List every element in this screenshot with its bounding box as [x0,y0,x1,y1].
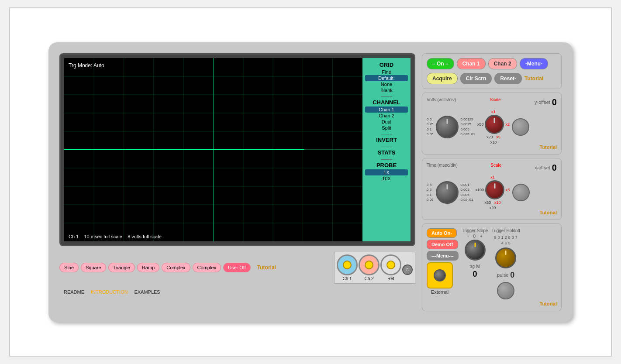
menu-grid-fine[interactable]: Fine [365,69,408,75]
x-offset-knob[interactable] [512,184,530,201]
y-offset-section: Volts (volts/div) Scale y-offset 0 0.5 0… [422,93,562,155]
ch1-connector: Ch 1 [337,254,358,281]
menu-probe-1x[interactable]: 1X [365,169,408,175]
y-volt-knob[interactable] [436,116,459,138]
x-time-knob[interactable] [436,181,459,204]
x-scale-x10: x10 [494,200,501,205]
menu-invert-title: INVERT [365,137,408,143]
holdoff-knob[interactable] [495,247,516,268]
connector-panel: Ch 1 Ch 2 Ref -n- [334,252,415,284]
ramp-button[interactable]: Ramp [137,263,159,272]
reset-button[interactable]: Reset- [494,73,522,84]
menu-split[interactable]: Split [365,125,408,131]
y-scale-knob[interactable] [485,115,504,134]
x-scale-x100: x100 [476,188,484,192]
user-off-button[interactable]: User Off [223,263,251,272]
examples-link[interactable]: EXAMPLES [134,289,160,295]
ch1-inner [343,261,352,269]
chan1-button[interactable]: Chan 1 [457,58,486,69]
y-offset-knob[interactable] [512,118,529,136]
holdoff-5: 5 [508,241,511,245]
trig-tutorial-button[interactable]: Tutorial [427,301,557,306]
holdoff-title: Trigger Holdoff [491,228,520,233]
chan2-button[interactable]: Chan 2 [488,58,517,69]
status-volts: 8 volts full scale [128,234,162,239]
slope-plus: + [480,234,483,239]
menu-chan1[interactable]: Chan 1 [365,106,408,113]
wave-tutorial-button[interactable]: Tutorial [253,263,280,272]
y-tutorial-button[interactable]: Tutorial [427,144,557,150]
ch2-connector: Ch 2 [359,254,380,281]
screen-container: Trg Mode: Auto GRID Fine Default: None B… [59,53,415,246]
square-button[interactable]: Square [81,263,106,272]
ch1-label: Ch 1 [342,276,352,281]
x-scale-label: Scale [490,163,501,168]
menu-dual[interactable]: Dual [365,119,408,125]
menu-probe-10x[interactable]: 10X [365,175,408,182]
menu-grid-blank[interactable]: Blank [365,87,408,93]
oscilloscope-screen: Trg Mode: Auto GRID Fine Default: None B… [64,58,411,241]
holdoff-8: 8 [508,235,511,240]
acquire-button[interactable]: Acquire [427,73,458,84]
y-volt-right-labels: 0.00125 0.0025 0.005 0.025 .01 [461,117,475,137]
menu-channel-title: CHANNEL [365,99,408,106]
pulse-knob[interactable] [497,282,514,299]
x-scale-x50: x50 [485,200,491,205]
bottom-controls: Sine Square Triangle Ramp Complex Comple… [59,252,415,284]
ref-circle[interactable] [380,254,401,275]
y-volt-scale-labels: 0.5 0.25 0.1 0.05 [427,117,434,137]
y-offset-label: y-offset [535,100,550,105]
readme-link[interactable]: README [64,289,84,295]
right-panel: – On – Chan 1 Chan 2 -Menu- Acquire Clr … [422,53,562,311]
x-offset-value: 0 [552,163,557,173]
bottom-links: README INTRODUCTION EXAMPLES [59,289,415,295]
holdoff-2: 2 [505,235,507,240]
trg-mode-label: Trg Mode: Auto [69,62,104,69]
auto-on-button[interactable]: Auto On- [427,228,457,238]
x-time-scale-labels: 0.5 0.2 0.1 0.05 [427,182,434,202]
y-scale-x5: x5 [496,135,500,139]
holdoff-6: 6 [505,241,507,245]
x-tutorial-button[interactable]: Tutorial [427,210,557,215]
waveform-buttons: Sine Square Triangle Ramp Complex Comple… [59,263,330,272]
holdoff-3: 3 [512,235,514,240]
x-scale-knob[interactable] [485,180,504,199]
x-scale-x20: x20 [490,206,496,210]
ch1-circle[interactable] [337,254,358,275]
complex-button-1[interactable]: Complex [162,263,190,272]
y-volts-label: Volts (volts/div) [427,97,456,102]
status-time: 10 msec full scale [84,234,122,239]
menu-button[interactable]: -Menu- [520,58,548,69]
left-panel: Trg Mode: Auto GRID Fine Default: None B… [59,53,415,311]
external-button[interactable] [427,262,453,288]
top-tutorial-button[interactable]: Tutorial [524,76,543,82]
menu-chan2[interactable]: Chan 2 [365,113,408,119]
menu-stats-title: STATS [365,149,408,156]
introduction-link[interactable]: INTRODUCTION [91,289,128,295]
sine-button[interactable]: Sine [59,263,79,272]
y-volt-knob-indicator [446,119,448,124]
holdoff-1: 1 [501,235,504,240]
trigger-slope-knob[interactable] [465,240,486,261]
x-scale-x5: x5 [506,188,510,192]
pulse-label: pulse [497,272,508,278]
menu-divider-1: -------- [365,94,408,99]
complex-button-2[interactable]: Complex [193,263,221,272]
pulse-row: pulse 0 [497,271,514,280]
holdoff-7: 7 [515,235,518,240]
ch2-circle[interactable] [359,254,380,275]
triangle-button[interactable]: Triangle [108,263,135,272]
on-button[interactable]: – On – [427,58,454,69]
y-scale-x20: x20 [486,135,493,139]
n-button[interactable]: -n- [402,264,413,275]
clr-scrn-button[interactable]: Clr Scrn [460,73,492,84]
trigger-section: Auto On- Demo Off ---Menu--- External Tr… [422,223,562,311]
trig-menu-button[interactable]: ---Menu--- [427,251,459,261]
demo-off-button[interactable]: Demo Off [427,240,458,249]
menu-grid-none[interactable]: None [365,81,408,87]
y-scale-label: Scale [490,97,501,102]
menu-grid-default[interactable]: Default: [365,75,408,81]
menu-divider-4: -------- [365,157,408,161]
top-buttons-section: – On – Chan 1 Chan 2 -Menu- Acquire Clr … [422,53,562,89]
top-buttons: – On – Chan 1 Chan 2 -Menu- [427,58,557,69]
